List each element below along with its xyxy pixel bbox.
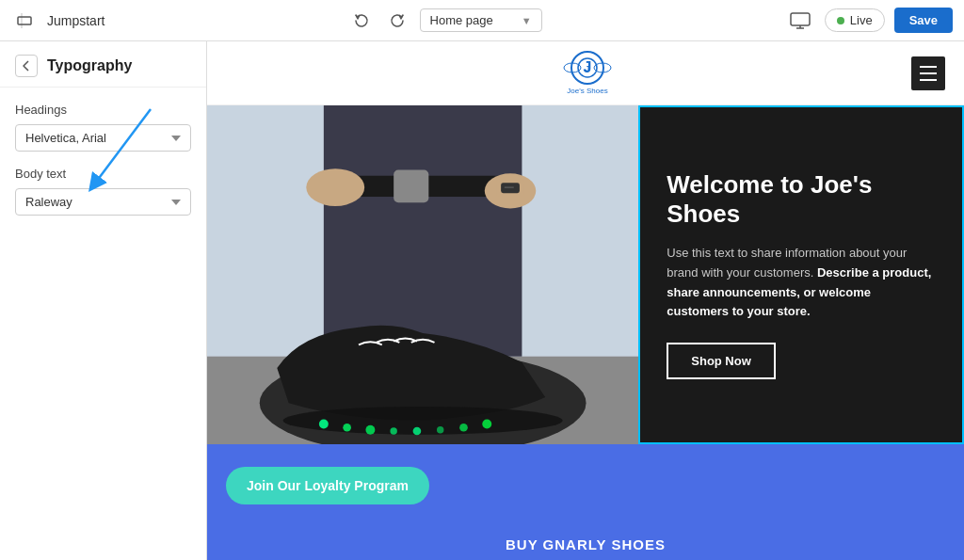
topbar-back-icon[interactable] — [11, 8, 38, 34]
shop-now-button[interactable]: Shop Now — [667, 343, 776, 379]
hero-image-svg — [207, 105, 638, 444]
panel-title: Typography — [47, 57, 132, 74]
hero-section: Welcome to Joe's Shoes Use this text to … — [207, 105, 964, 444]
svg-rect-0 — [18, 17, 31, 24]
website-preview: J J Joe's Shoes — [207, 41, 964, 560]
panel-content: Headings Helvetica, Arial Georgia, Times… — [0, 88, 206, 246]
hero-image — [207, 105, 638, 444]
save-button[interactable]: Save — [894, 8, 953, 33]
svg-point-17 — [390, 427, 396, 434]
svg-point-19 — [437, 426, 443, 433]
headings-select[interactable]: Helvetica, Arial Georgia, Times New Roma… — [15, 124, 191, 152]
hero-body-text: Use this text to share information about… — [667, 244, 936, 322]
body-text-label: Body text — [15, 167, 191, 181]
body-text-select[interactable]: Raleway Open Sans Lato Roboto — [15, 188, 191, 216]
bottom-section: BUY GNARLY SHOES — [207, 527, 964, 560]
hero-text-box: Welcome to Joe's Shoes Use this text to … — [638, 105, 964, 444]
svg-point-14 — [319, 420, 329, 429]
hero-heading: Welcome to Joe's Shoes — [667, 170, 936, 229]
hamburger-line — [920, 79, 937, 81]
loyalty-section: Join Our Loyalty Program — [207, 444, 964, 527]
svg-rect-23 — [394, 170, 428, 203]
redo-button[interactable] — [384, 8, 410, 34]
svg-point-20 — [459, 424, 468, 432]
panel-back-icon[interactable] — [15, 55, 38, 77]
preview-logo: J J Joe's Shoes — [567, 51, 607, 95]
svg-point-16 — [365, 425, 375, 435]
loyalty-button[interactable]: Join Our Loyalty Program — [226, 467, 429, 504]
svg-point-18 — [413, 427, 422, 436]
logo-wings-icon: J — [563, 53, 612, 83]
hamburger-menu[interactable] — [911, 56, 945, 90]
hamburger-line — [920, 66, 937, 68]
monitor-icon[interactable] — [785, 6, 815, 36]
panel-header: Typography — [0, 41, 206, 88]
svg-point-21 — [482, 420, 491, 429]
svg-rect-11 — [324, 105, 522, 357]
live-button[interactable]: Live — [825, 8, 885, 32]
logo-circle: J J — [570, 51, 604, 85]
svg-point-15 — [343, 424, 351, 432]
page-select-label: Home page — [430, 13, 493, 27]
svg-rect-2 — [791, 13, 810, 25]
svg-point-24 — [306, 168, 364, 206]
logo-text: Joe's Shoes — [567, 87, 607, 95]
topbar-title: Jumpstart — [47, 13, 104, 28]
svg-rect-27 — [501, 183, 520, 193]
live-dot — [837, 17, 844, 24]
canvas-area: J J Joe's Shoes — [207, 41, 964, 560]
hamburger-line — [920, 72, 937, 74]
live-label: Live — [850, 13, 873, 27]
svg-text:J: J — [585, 64, 589, 73]
undo-button[interactable] — [348, 8, 375, 34]
page-select-dropdown[interactable]: Home page ▼ — [420, 8, 542, 32]
chevron-down-icon: ▼ — [522, 15, 532, 26]
buy-gnarly-heading: BUY GNARLY SHOES — [226, 527, 945, 552]
left-panel: Typography Headings Helvetica, Arial Geo… — [0, 41, 207, 560]
topbar: Jumpstart Home page ▼ Live Save — [0, 0, 964, 41]
main-layout: Typography Headings Helvetica, Arial Geo… — [0, 41, 964, 560]
headings-label: Headings — [15, 103, 191, 117]
canvas-scroll[interactable]: J J Joe's Shoes — [207, 41, 964, 560]
preview-nav: J J Joe's Shoes — [207, 41, 964, 105]
